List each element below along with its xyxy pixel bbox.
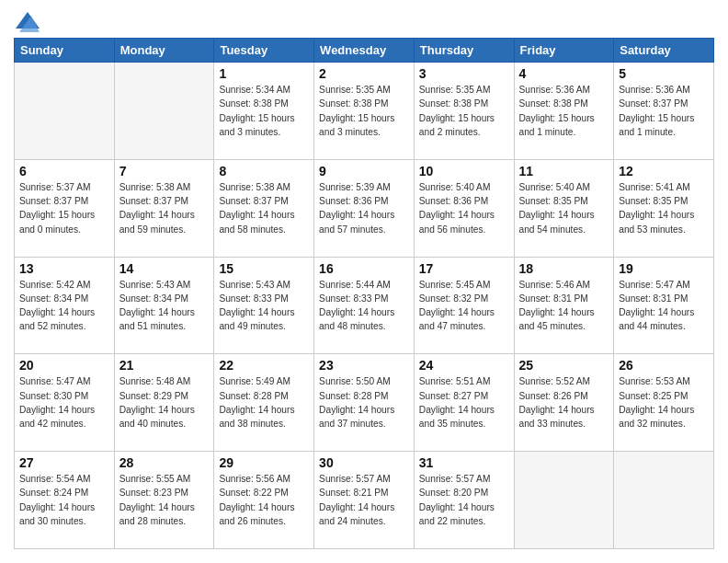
day-info: Sunrise: 5:41 AM Sunset: 8:35 PM Dayligh… (619, 180, 709, 236)
day-cell: 11Sunrise: 5:40 AM Sunset: 8:35 PM Dayli… (514, 159, 614, 257)
day-number: 23 (319, 358, 409, 373)
day-number: 9 (319, 164, 409, 178)
day-number: 20 (19, 358, 109, 373)
day-cell: 2Sunrise: 5:35 AM Sunset: 8:38 PM Daylig… (314, 63, 415, 160)
day-number: 7 (119, 164, 210, 178)
day-info: Sunrise: 5:52 AM Sunset: 8:26 PM Dayligh… (519, 374, 609, 431)
day-info: Sunrise: 5:51 AM Sunset: 8:27 PM Dayligh… (419, 374, 509, 431)
day-number: 4 (519, 66, 609, 81)
day-number: 14 (119, 261, 210, 276)
day-cell: 31Sunrise: 5:57 AM Sunset: 8:20 PM Dayli… (414, 452, 514, 549)
day-header-friday: Friday (514, 39, 614, 63)
day-number: 29 (219, 455, 309, 470)
day-header-saturday: Saturday (614, 39, 714, 63)
day-cell: 9Sunrise: 5:39 AM Sunset: 8:36 PM Daylig… (314, 159, 415, 257)
day-info: Sunrise: 5:37 AM Sunset: 8:37 PM Dayligh… (19, 180, 109, 236)
calendar-header-row: SundayMondayTuesdayWednesdayThursdayFrid… (15, 39, 714, 63)
day-number: 11 (519, 164, 609, 178)
day-cell: 12Sunrise: 5:41 AM Sunset: 8:35 PM Dayli… (614, 159, 714, 257)
day-cell: 19Sunrise: 5:47 AM Sunset: 8:31 PM Dayli… (614, 257, 714, 354)
day-info: Sunrise: 5:49 AM Sunset: 8:28 PM Dayligh… (219, 374, 309, 431)
day-cell: 5Sunrise: 5:36 AM Sunset: 8:37 PM Daylig… (614, 63, 714, 160)
logo-icon (16, 12, 40, 32)
day-cell: 7Sunrise: 5:38 AM Sunset: 8:37 PM Daylig… (114, 159, 214, 257)
page: SundayMondayTuesdayWednesdayThursdayFrid… (0, 0, 728, 563)
day-info: Sunrise: 5:48 AM Sunset: 8:29 PM Dayligh… (119, 374, 210, 431)
day-number: 22 (219, 358, 309, 373)
day-cell: 16Sunrise: 5:44 AM Sunset: 8:33 PM Dayli… (314, 257, 415, 354)
day-number: 30 (319, 455, 409, 470)
day-cell: 28Sunrise: 5:55 AM Sunset: 8:23 PM Dayli… (114, 452, 214, 549)
day-cell: 18Sunrise: 5:46 AM Sunset: 8:31 PM Dayli… (514, 257, 614, 354)
day-cell: 3Sunrise: 5:35 AM Sunset: 8:38 PM Daylig… (414, 63, 514, 160)
day-number: 17 (419, 261, 509, 276)
day-cell: 15Sunrise: 5:43 AM Sunset: 8:33 PM Dayli… (214, 257, 314, 354)
day-info: Sunrise: 5:57 AM Sunset: 8:21 PM Dayligh… (319, 472, 409, 528)
day-number: 6 (19, 164, 109, 178)
day-number: 21 (119, 358, 210, 373)
day-header-thursday: Thursday (414, 39, 514, 63)
day-number: 3 (419, 66, 509, 81)
day-header-sunday: Sunday (15, 39, 115, 63)
day-cell: 29Sunrise: 5:56 AM Sunset: 8:22 PM Dayli… (214, 452, 314, 549)
day-number: 31 (419, 455, 509, 470)
day-info: Sunrise: 5:56 AM Sunset: 8:22 PM Dayligh… (219, 472, 309, 528)
day-cell: 14Sunrise: 5:43 AM Sunset: 8:34 PM Dayli… (114, 257, 214, 354)
header (14, 14, 714, 29)
day-info: Sunrise: 5:36 AM Sunset: 8:37 PM Dayligh… (619, 83, 709, 139)
day-info: Sunrise: 5:39 AM Sunset: 8:36 PM Dayligh… (319, 180, 409, 236)
day-number: 24 (419, 358, 509, 373)
day-info: Sunrise: 5:42 AM Sunset: 8:34 PM Dayligh… (19, 278, 109, 334)
day-cell (514, 452, 614, 549)
day-number: 19 (619, 261, 709, 276)
week-row-3: 13Sunrise: 5:42 AM Sunset: 8:34 PM Dayli… (15, 257, 714, 354)
day-info: Sunrise: 5:57 AM Sunset: 8:20 PM Dayligh… (419, 472, 509, 528)
day-number: 13 (19, 261, 109, 276)
day-info: Sunrise: 5:38 AM Sunset: 8:37 PM Dayligh… (219, 180, 309, 236)
day-cell (114, 63, 214, 160)
day-number: 18 (519, 261, 609, 276)
day-cell: 8Sunrise: 5:38 AM Sunset: 8:37 PM Daylig… (214, 159, 314, 257)
day-cell: 23Sunrise: 5:50 AM Sunset: 8:28 PM Dayli… (314, 354, 415, 452)
day-info: Sunrise: 5:47 AM Sunset: 8:31 PM Dayligh… (619, 278, 709, 334)
day-cell: 17Sunrise: 5:45 AM Sunset: 8:32 PM Dayli… (414, 257, 514, 354)
day-cell: 24Sunrise: 5:51 AM Sunset: 8:27 PM Dayli… (414, 354, 514, 452)
day-number: 2 (319, 66, 409, 81)
week-row-2: 6Sunrise: 5:37 AM Sunset: 8:37 PM Daylig… (15, 159, 714, 257)
day-cell: 1Sunrise: 5:34 AM Sunset: 8:38 PM Daylig… (214, 63, 314, 160)
day-info: Sunrise: 5:44 AM Sunset: 8:33 PM Dayligh… (319, 278, 409, 334)
day-cell: 27Sunrise: 5:54 AM Sunset: 8:24 PM Dayli… (15, 452, 115, 549)
day-cell: 13Sunrise: 5:42 AM Sunset: 8:34 PM Dayli… (15, 257, 115, 354)
day-header-wednesday: Wednesday (314, 39, 415, 63)
day-info: Sunrise: 5:40 AM Sunset: 8:36 PM Dayligh… (419, 180, 509, 236)
day-cell: 21Sunrise: 5:48 AM Sunset: 8:29 PM Dayli… (114, 354, 214, 452)
day-info: Sunrise: 5:35 AM Sunset: 8:38 PM Dayligh… (319, 83, 409, 139)
day-number: 10 (419, 164, 509, 178)
day-number: 28 (119, 455, 210, 470)
day-header-tuesday: Tuesday (214, 39, 314, 63)
day-info: Sunrise: 5:55 AM Sunset: 8:23 PM Dayligh… (119, 472, 210, 528)
day-cell (614, 452, 714, 549)
calendar-table: SundayMondayTuesdayWednesdayThursdayFrid… (14, 38, 714, 549)
week-row-4: 20Sunrise: 5:47 AM Sunset: 8:30 PM Dayli… (15, 354, 714, 452)
day-number: 8 (219, 164, 309, 178)
day-info: Sunrise: 5:46 AM Sunset: 8:31 PM Dayligh… (519, 278, 609, 334)
day-info: Sunrise: 5:53 AM Sunset: 8:25 PM Dayligh… (619, 374, 709, 431)
day-cell (15, 63, 115, 160)
day-number: 25 (519, 358, 609, 373)
day-number: 16 (319, 261, 409, 276)
day-info: Sunrise: 5:47 AM Sunset: 8:30 PM Dayligh… (19, 374, 109, 431)
day-header-monday: Monday (114, 39, 214, 63)
day-cell: 10Sunrise: 5:40 AM Sunset: 8:36 PM Dayli… (414, 159, 514, 257)
day-info: Sunrise: 5:34 AM Sunset: 8:38 PM Dayligh… (219, 83, 309, 139)
day-cell: 4Sunrise: 5:36 AM Sunset: 8:38 PM Daylig… (514, 63, 614, 160)
day-cell: 6Sunrise: 5:37 AM Sunset: 8:37 PM Daylig… (15, 159, 115, 257)
day-cell: 26Sunrise: 5:53 AM Sunset: 8:25 PM Dayli… (614, 354, 714, 452)
day-info: Sunrise: 5:54 AM Sunset: 8:24 PM Dayligh… (19, 472, 109, 528)
week-row-5: 27Sunrise: 5:54 AM Sunset: 8:24 PM Dayli… (15, 452, 714, 549)
day-number: 1 (219, 66, 309, 81)
day-number: 27 (19, 455, 109, 470)
logo (14, 14, 40, 29)
day-info: Sunrise: 5:38 AM Sunset: 8:37 PM Dayligh… (119, 180, 210, 236)
day-number: 15 (219, 261, 309, 276)
